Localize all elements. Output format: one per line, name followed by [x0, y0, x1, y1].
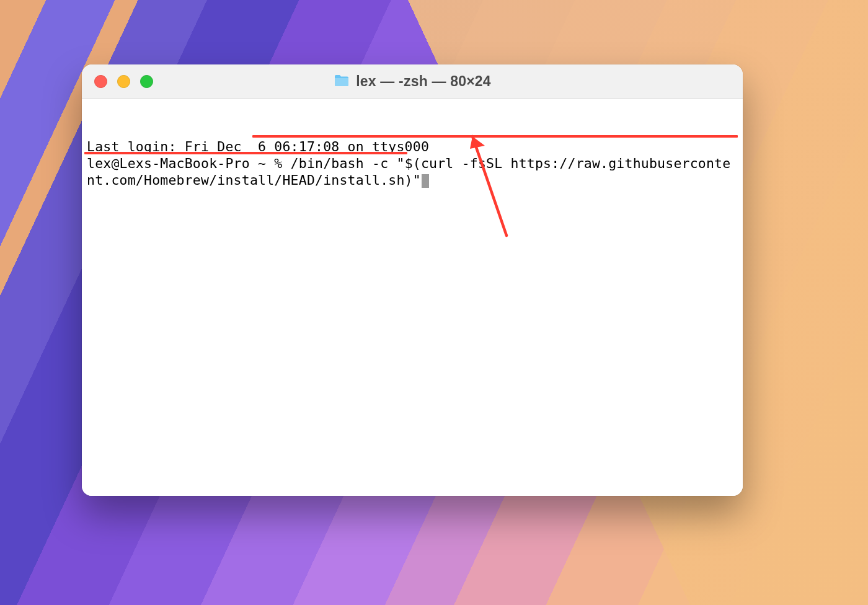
window-title-area: lex — -zsh — 80×24 [82, 73, 743, 90]
annotation-underline-2 [84, 152, 407, 154]
annotation-underline-1 [252, 135, 738, 138]
window-controls [82, 75, 153, 88]
window-titlebar[interactable]: lex — -zsh — 80×24 [82, 64, 743, 99]
terminal-content[interactable]: Last login: Fri Dec 6 06:17:08 on ttys00… [82, 99, 743, 496]
window-title: lex — -zsh — 80×24 [356, 73, 491, 90]
terminal-cursor [422, 174, 429, 188]
shell-prompt: lex@Lexs-MacBook-Pro ~ % [87, 156, 291, 171]
zoom-button[interactable] [140, 75, 153, 88]
folder-icon [334, 74, 350, 90]
minimize-button[interactable] [117, 75, 130, 88]
terminal-window: lex — -zsh — 80×24 Last login: Fri Dec 6… [82, 64, 743, 496]
close-button[interactable] [94, 75, 107, 88]
